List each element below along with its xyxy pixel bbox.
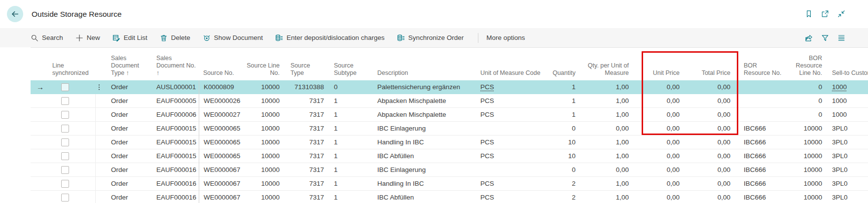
line-synchronized-checkbox[interactable] bbox=[61, 138, 69, 146]
cell-total_price[interactable]: 0,00 bbox=[682, 177, 733, 191]
enter-deposit-dislocation-charges-button[interactable]: Enter deposit/dislocation charges bbox=[275, 34, 385, 42]
column-header-source_no[interactable]: Source No. bbox=[199, 69, 244, 80]
cell-unit_price[interactable]: 0,00 bbox=[631, 149, 682, 163]
open-in-new-window-icon[interactable] bbox=[821, 10, 829, 18]
cell-bor_resource_line_no[interactable]: 10000 bbox=[784, 163, 825, 177]
cell-total_price[interactable]: 0,00 bbox=[682, 80, 733, 94]
cell-description[interactable]: Handling In IBC bbox=[375, 135, 476, 149]
cell-doc_no[interactable]: EAUF000015 bbox=[153, 122, 199, 135]
cell-source_line_no[interactable]: 10000 bbox=[244, 108, 282, 122]
column-header-bor_resource_no[interactable]: BOR Resource No. bbox=[733, 62, 784, 80]
cell-total_price[interactable]: 0,00 bbox=[682, 191, 733, 203]
cell-source_subtype[interactable]: 1 bbox=[326, 149, 375, 163]
cell-source_subtype[interactable]: 1 bbox=[326, 191, 375, 203]
cell-bor_resource_no[interactable]: IBC666 bbox=[733, 191, 784, 203]
cell-uom_code[interactable]: PCS bbox=[476, 108, 545, 122]
cell-source_line_no[interactable]: 10000 bbox=[244, 80, 282, 94]
cell-qty_per_uom[interactable]: 0,00 bbox=[578, 163, 631, 177]
cell-source_no[interactable]: WE0000067 bbox=[199, 191, 244, 203]
cell-source_type[interactable]: 7317 bbox=[282, 177, 326, 191]
more-options-button[interactable]: More options bbox=[486, 34, 525, 41]
column-header-bor_resource_line_no[interactable]: BOR Resource Line No. bbox=[784, 55, 825, 80]
column-header-uom_code[interactable]: Unit of Measure Code bbox=[476, 69, 545, 80]
cell-doc_no[interactable]: EAUF000016 bbox=[153, 191, 199, 203]
cell-unit_price[interactable]: 0,00 bbox=[631, 108, 682, 122]
table-row[interactable]: OrderEAUF000015WE00000651000073171Handli… bbox=[31, 135, 868, 149]
cell-bor_resource_no[interactable]: IBC666 bbox=[733, 163, 784, 177]
column-header-qty_per_uom[interactable]: Qty. per Unit of Measure bbox=[578, 62, 631, 80]
cell-source_no[interactable]: WE0000065 bbox=[199, 149, 244, 163]
cell-sell_to[interactable]: 3PL0 bbox=[825, 149, 868, 163]
cell-description[interactable]: Abpacken Mischpalette bbox=[375, 94, 476, 108]
cell-unit_price[interactable]: 0,00 bbox=[631, 163, 682, 177]
cell-unit_price[interactable]: 0,00 bbox=[631, 122, 682, 135]
cell-bor_resource_no[interactable] bbox=[733, 108, 784, 122]
cell-bor_resource_no[interactable] bbox=[733, 94, 784, 108]
cell-quantity[interactable]: 10 bbox=[545, 135, 578, 149]
table-row[interactable]: →OrderAUSL000001K000080910000713103880Pa… bbox=[31, 80, 868, 94]
cell-source_line_no[interactable]: 10000 bbox=[244, 122, 282, 135]
cell-source_type[interactable]: 7317 bbox=[282, 108, 326, 122]
cell-source_subtype[interactable]: 1 bbox=[326, 94, 375, 108]
cell-uom_code[interactable] bbox=[476, 163, 545, 177]
cell-qty_per_uom[interactable]: 1,00 bbox=[578, 177, 631, 191]
cell-total_price[interactable]: 0,00 bbox=[682, 149, 733, 163]
delete-button[interactable]: Delete bbox=[160, 34, 190, 42]
cell-doc_type[interactable]: Order bbox=[106, 80, 153, 94]
cell-bor_resource_line_no[interactable]: 10000 bbox=[784, 135, 825, 149]
table-row[interactable]: OrderEAUF000015WE00000651000073171IBC Ei… bbox=[31, 122, 868, 135]
cell-description[interactable]: Handling In IBC bbox=[375, 177, 476, 191]
cell-source_no[interactable]: WE0000065 bbox=[199, 135, 244, 149]
table-row[interactable]: OrderEAUF000015WE00000651000073171IBC Ab… bbox=[31, 149, 868, 163]
cell-uom_code[interactable]: PCS bbox=[476, 191, 545, 203]
cell-source_type[interactable]: 7317 bbox=[282, 135, 326, 149]
cell-total_price[interactable]: 0,00 bbox=[682, 163, 733, 177]
cell-source_line_no[interactable]: 10000 bbox=[244, 149, 282, 163]
cell-description[interactable]: IBC Abfüllen bbox=[375, 149, 476, 163]
cell-total_price[interactable]: 0,00 bbox=[682, 94, 733, 108]
cell-source_no[interactable]: WE0000027 bbox=[199, 108, 244, 122]
cell-source_no[interactable]: WE0000067 bbox=[199, 163, 244, 177]
cell-sell_to[interactable]: 3PL0 bbox=[825, 177, 868, 191]
collapse-icon[interactable] bbox=[837, 10, 845, 18]
cell-source_type[interactable]: 71310388 bbox=[282, 80, 326, 94]
cell-source_type[interactable]: 7317 bbox=[282, 163, 326, 177]
line-synchronized-checkbox[interactable] bbox=[61, 194, 69, 202]
cell-unit_price[interactable]: 0,00 bbox=[631, 94, 682, 108]
column-header-line_synchronized[interactable]: Line synchronized bbox=[49, 62, 96, 80]
cell-bor_resource_line_no[interactable]: 0 bbox=[784, 80, 825, 94]
cell-bor_resource_line_no[interactable]: 0 bbox=[784, 108, 825, 122]
cell-qty_per_uom[interactable]: 0,00 bbox=[578, 122, 631, 135]
cell-doc_no[interactable]: EAUF000016 bbox=[153, 163, 199, 177]
cell-description[interactable]: Palettensicherung ergänzen bbox=[375, 80, 476, 94]
cell-doc_type[interactable]: Order bbox=[106, 122, 153, 135]
cell-doc_no[interactable]: EAUF000015 bbox=[153, 149, 199, 163]
cell-sell_to[interactable]: 3PL0 bbox=[825, 163, 868, 177]
bookmark-icon[interactable] bbox=[805, 10, 813, 18]
cell-source_no[interactable]: WE0000065 bbox=[199, 122, 244, 135]
cell-quantity[interactable]: 1 bbox=[545, 80, 578, 94]
column-header-source_line_no[interactable]: Source Line No. bbox=[244, 62, 282, 80]
cell-unit_price[interactable]: 0,00 bbox=[631, 80, 682, 94]
column-header-source_type[interactable]: Source Type bbox=[282, 62, 326, 80]
table-row[interactable]: OrderEAUF000016WE00000671000073171IBC Ei… bbox=[31, 163, 868, 177]
line-synchronized-checkbox[interactable] bbox=[61, 97, 69, 105]
column-header-unit_price[interactable]: Unit Price bbox=[631, 69, 682, 80]
line-synchronized-checkbox[interactable] bbox=[61, 180, 69, 188]
cell-bor_resource_no[interactable]: IBC666 bbox=[733, 177, 784, 191]
line-synchronized-checkbox[interactable] bbox=[61, 152, 69, 160]
cell-total_price[interactable]: 0,00 bbox=[682, 122, 733, 135]
cell-source_subtype[interactable]: 1 bbox=[326, 122, 375, 135]
cell-bor_resource_line_no[interactable]: 10000 bbox=[784, 149, 825, 163]
line-synchronized-checkbox[interactable] bbox=[61, 83, 69, 91]
cell-total_price[interactable]: 0,00 bbox=[682, 135, 733, 149]
cell-qty_per_uom[interactable]: 1,00 bbox=[578, 108, 631, 122]
table-row[interactable]: OrderEAUF000016WE00000671000073171IBC Ab… bbox=[31, 191, 868, 203]
cell-bor_resource_no[interactable]: IBC666 bbox=[733, 122, 784, 135]
cell-bor_resource_no[interactable]: IBC666 bbox=[733, 135, 784, 149]
cell-uom_code[interactable]: PCS bbox=[476, 149, 545, 163]
cell-source_subtype[interactable]: 1 bbox=[326, 135, 375, 149]
table-row[interactable]: OrderEAUF000006WE00000271000073171Abpack… bbox=[31, 108, 868, 122]
cell-quantity[interactable]: 0 bbox=[545, 163, 578, 177]
cell-doc_type[interactable]: Order bbox=[106, 163, 153, 177]
